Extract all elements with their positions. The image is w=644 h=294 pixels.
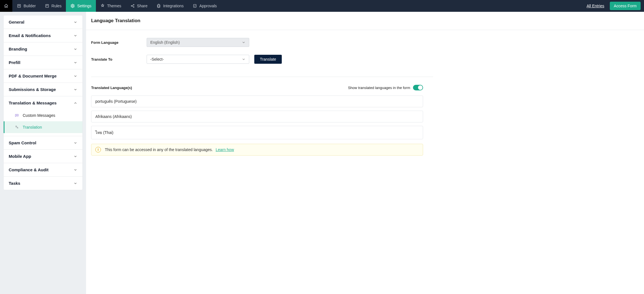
chevron-down-icon [73,181,77,185]
nav-spacer [221,0,587,12]
sidebar-header-pdf[interactable]: PDF & Document Merge [4,69,82,83]
chevron-down-icon [242,57,246,61]
sidebar-label: Branding [9,47,27,51]
sidebar-label: Submissions & Storage [9,87,56,92]
nav-tab-approvals[interactable]: Approvals [188,0,221,12]
page-title: Language Translation [86,12,644,30]
sidebar-header-tasks[interactable]: Tasks [4,177,82,190]
sidebar-header-compliance[interactable]: Compliance & Audit [4,163,82,176]
sidebar-header-branding[interactable]: Branding [4,42,82,56]
sidebar-label: Tasks [9,181,20,186]
show-toggle-group: Show translated languages in the form [348,85,423,90]
language-card[interactable]: português (Portuguese) [91,95,423,107]
show-languages-toggle[interactable] [413,85,423,90]
chevron-down-icon [73,168,77,172]
top-nav: Builder Rules Settings Themes Share Inte… [0,0,644,12]
toggle-knob [418,85,423,90]
nav-tab-integrations[interactable]: Integrations [152,0,188,12]
sidebar-header-email[interactable]: Email & Notifications [4,29,82,42]
select-value: English (English) [150,40,180,45]
form-language-select: English (English) [147,38,249,47]
nav-tab-themes[interactable]: Themes [96,0,126,12]
sidebar-section-email: Email & Notifications [4,29,82,42]
settings-icon [70,4,75,8]
svg-point-4 [133,4,134,5]
nav-tab-label: Themes [107,4,121,8]
sidebar-label: Email & Notifications [9,33,51,38]
chevron-down-icon [242,40,246,44]
sidebar-label: PDF & Document Merge [9,74,57,78]
sidebar-section-general: General [4,15,82,29]
sidebar-label: Translation & Messages [9,101,57,105]
language-card[interactable]: ไทย (Thai) [91,126,423,139]
chevron-down-icon [73,61,77,65]
translate-button[interactable]: Translate [254,55,282,64]
sidebar-section-mobile: Mobile App [4,150,82,163]
builder-icon [17,4,21,8]
sidebar-header-prefill[interactable]: Prefill [4,56,82,69]
nav-tab-label: Approvals [199,4,217,8]
home-icon [4,4,8,8]
nav-tab-label: Integrations [163,4,184,8]
nav-tab-share[interactable]: Share [126,0,152,12]
settings-sidebar: General Email & Notifications Branding [3,15,83,190]
svg-point-7 [16,115,16,115]
info-icon: i [95,147,101,152]
nav-tab-label: Share [137,4,147,8]
sidebar-section-translation: Translation & Messages Custom Messages [4,96,82,136]
sidebar-header-spam[interactable]: Spam Control [4,136,82,149]
main-content: Language Translation Form Language Engli… [86,12,644,294]
sidebar-item-label: Custom Messages [23,113,55,118]
info-text-wrap: This form can be accessed in any of the … [105,147,234,152]
svg-point-5 [133,7,134,8]
sidebar-label: Prefill [9,60,20,65]
access-form-button[interactable]: Access Form [610,2,641,10]
sidebar-subitems: Custom Messages Translation [4,110,82,136]
row-form-language: Form Language English (English) [91,38,423,47]
nav-tab-builder[interactable]: Builder [12,0,40,12]
home-button[interactable] [0,0,12,12]
svg-point-2 [72,5,73,6]
chevron-down-icon [73,47,77,51]
sidebar-header-submissions[interactable]: Submissions & Storage [4,83,82,96]
chevron-down-icon [73,74,77,78]
translate-to-select[interactable]: -Select- [147,55,249,64]
chevron-down-icon [73,141,77,145]
all-entries-link[interactable]: All Entries [587,4,604,8]
sidebar-section-submissions: Submissions & Storage [4,83,82,96]
integrations-icon [156,4,161,8]
chevron-down-icon [73,88,77,92]
sidebar-section-spam: Spam Control [4,136,82,150]
rules-icon [45,4,49,8]
row-translate-to: Translate To -Select- Translate [91,55,423,64]
sidebar-label: Mobile App [9,154,31,159]
sidebar-item-translation[interactable]: Translation [4,121,82,133]
share-icon [130,4,135,8]
sidebar-header-translation[interactable]: Translation & Messages [4,96,82,110]
chevron-down-icon [73,20,77,24]
translated-languages-label: Translated Language(s) [91,86,132,90]
svg-point-3 [131,6,132,6]
nav-tab-settings[interactable]: Settings [66,0,96,12]
nav-tab-label: Settings [77,4,91,8]
sidebar-section-branding: Branding [4,42,82,56]
show-toggle-label: Show translated languages in the form [348,86,410,90]
sidebar-label: Compliance & Audit [9,167,49,172]
messages-icon [14,113,19,118]
sidebar-item-custom-messages[interactable]: Custom Messages [4,110,82,121]
nav-tab-label: Builder [24,4,36,8]
sidebar-section-tasks: Tasks [4,177,82,190]
sidebar-section-compliance: Compliance & Audit [4,163,82,177]
info-banner: i This form can be accessed in any of th… [91,144,423,156]
language-card[interactable]: Afrikaans (Afrikaans) [91,111,423,122]
sidebar-label: General [9,20,24,24]
nav-right: All Entries Access Form [587,0,644,12]
sidebar-header-mobile[interactable]: Mobile App [4,150,82,163]
translation-icon [14,125,19,130]
approvals-icon [193,4,197,8]
chevron-up-icon [73,101,77,105]
svg-point-8 [17,115,17,115]
learn-how-link[interactable]: Learn how [216,147,234,152]
nav-tab-rules[interactable]: Rules [40,0,66,12]
sidebar-header-general[interactable]: General [4,15,82,29]
